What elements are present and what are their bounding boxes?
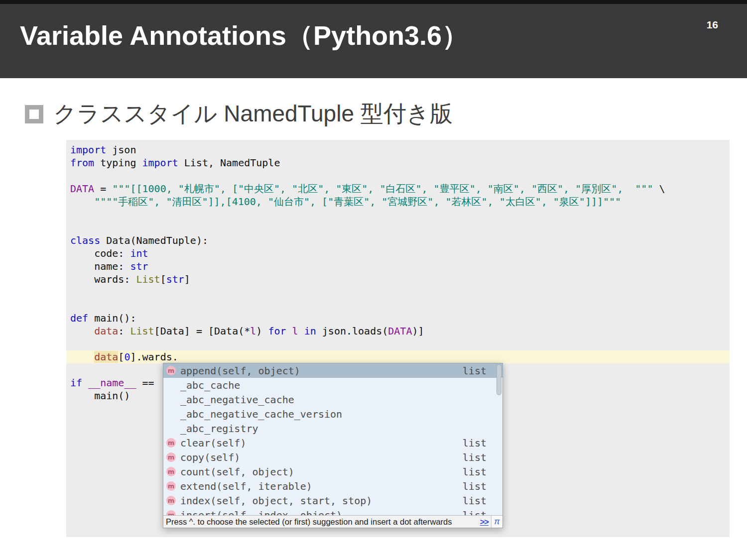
code-token: if [70,377,82,389]
method-icon: m [166,467,176,476]
more-suggestions-link[interactable]: >> [480,515,489,528]
method-icon: m [166,496,176,505]
completion-item[interactable]: mcount(self, object)list [163,464,502,479]
completion-item[interactable]: mextend(self, iterable)list [163,479,502,493]
completion-item[interactable]: _abc_negative_cache_version [163,407,502,421]
completion-label: _abc_registry [180,422,487,435]
completion-item[interactable]: _abc_negative_cache [163,392,502,407]
code-token [70,325,94,337]
bullet-row: クラススタイル NamedTuple 型付き版 [25,99,453,129]
scrollbar-thumb[interactable] [497,364,501,395]
code-token: str [130,260,148,272]
code-token: int [130,247,148,259]
code-token: DATA [388,325,412,337]
autocomplete-popup: mappend(self, object)list_abc_cache_abc_… [163,363,503,528]
completion-label: copy(self) [180,451,463,464]
code-token: main() [70,390,130,402]
code-token: import [142,157,178,169]
code-token: data [94,351,118,363]
code-token [82,377,88,389]
completion-label: index(self, object, start, stop) [180,494,463,507]
method-icon: m [166,366,176,375]
code-token: json.loads( [316,325,388,337]
code-token [298,325,304,337]
code-token: List [130,325,154,337]
autocomplete-list: mappend(self, object)list_abc_cache_abc_… [163,363,502,515]
code-line: from typing import List, NamedTuple [66,156,730,169]
completion-item[interactable]: mcopy(self)list [163,450,502,464]
completion-label: count(self, object) [180,465,463,478]
code-token [286,325,292,337]
code-line: code: int [66,247,730,260]
code-line [66,169,730,182]
code-token: [Data] = [Data(* [154,325,250,337]
completion-return-type: list [463,451,487,464]
scrollbar[interactable] [497,364,501,514]
code-line [66,286,730,299]
completion-item[interactable]: mindex(self, object, start, stop)list [163,493,502,508]
code-line [66,337,730,350]
code-token: from [70,157,94,169]
completion-return-type: list [463,494,487,507]
method-icon: m [166,452,176,462]
presentation-slide: Variable Annotations（Python3.6） 16 クラススタ… [0,0,747,560]
footer-hint-text: Press ^. to choose the selected (or firs… [166,515,480,528]
completion-item[interactable]: mclear(self)list [163,436,502,450]
code-line: data[0].wards. [66,350,730,363]
completion-return-type: list [463,465,487,478]
completion-return-type: list [463,480,487,493]
code-token: \ [653,183,665,195]
code-line [66,208,730,221]
code-token: """[[1000, "札幌市", ["中央区", "北区", "東区", "白… [112,183,653,195]
code-token: DATA [70,183,94,195]
code-token: json [106,144,136,156]
code-token: def [70,312,88,324]
completion-item[interactable]: _abc_cache [163,378,502,392]
code-token: = [94,183,112,195]
code-token: in [304,325,316,337]
code-line: import json [66,143,730,156]
completion-return-type: list [463,437,487,449]
completion-item[interactable]: _abc_registry [163,421,502,436]
code-token: name: [70,260,130,272]
code-token: code: [70,247,130,259]
completion-return-type: list [463,364,487,377]
code-token: typing [94,157,142,169]
code-token: List [136,273,160,285]
code-token: : [118,325,130,337]
code-line: def main(): [66,312,730,325]
code-token: __name__ [88,377,136,389]
completion-label: _abc_negative_cache [180,393,487,406]
code-token: wards: [70,273,136,285]
code-line: name: str [66,260,730,273]
code-token: l [250,325,256,337]
completion-label: append(self, object) [180,364,463,377]
completion-label: clear(self) [180,437,463,449]
bullet-square-icon [25,105,43,123]
pi-symbol[interactable]: π [491,516,502,528]
code-token: for [268,325,286,337]
completion-item[interactable]: minsert(self, index, object)list [163,508,502,515]
method-icon: m [166,481,176,491]
completion-return-type: list [463,509,487,516]
completion-label: insert(self, index, object) [180,509,463,516]
code-token: [ [160,273,166,285]
code-line: DATA = """[[1000, "札幌市", ["中央区", "北区", "… [66,182,730,195]
code-token: data [94,325,118,337]
method-icon: m [166,438,176,448]
code-token: ] [184,273,190,285]
code-line: data: List[Data] = [Data(*l) for l in js… [66,325,730,337]
code-editor-screenshot: import jsonfrom typing import List, Name… [66,140,730,537]
slide-title: Variable Annotations（Python3.6） [20,18,469,54]
method-icon: m [166,510,176,515]
code-token: 0 [124,351,130,363]
code-line: wards: List[str] [66,273,730,286]
code-line: class Data(NamedTuple): [66,234,730,247]
slide-header: Variable Annotations（Python3.6） 16 [0,4,747,78]
code-token: """"手稲区", "清田区"]],[4100, "仙台市", ["青葉区", … [70,196,621,208]
bullet-text: クラススタイル NamedTuple 型付き版 [53,99,453,129]
page-number: 16 [707,19,718,31]
completion-item[interactable]: mappend(self, object)list [163,363,502,378]
code-token: )] [412,325,424,337]
code-line [66,299,730,312]
